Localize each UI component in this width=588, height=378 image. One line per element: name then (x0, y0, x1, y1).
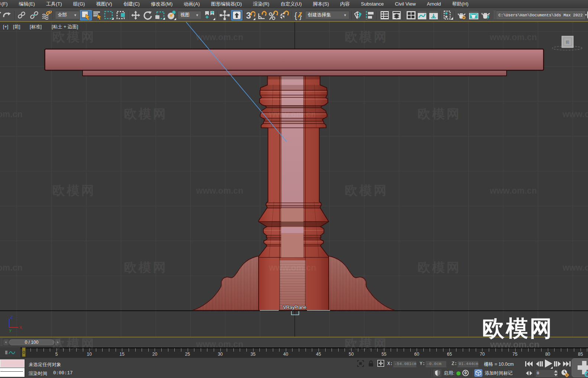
menu-item-1[interactable]: 编辑(E) (13, 0, 41, 8)
selection-filter-dropdown[interactable]: 全部▼ (55, 11, 80, 19)
menu-item-9[interactable]: 渲染(R) (248, 0, 275, 8)
align-button[interactable] (365, 10, 375, 20)
render-setup-button[interactable] (457, 10, 467, 20)
menu-item-15[interactable]: Arnold (421, 0, 447, 8)
rectangular-selection-region-button[interactable] (103, 10, 114, 20)
use-pivot-point-center-button[interactable] (204, 10, 216, 20)
add-time-tag-button[interactable] (474, 369, 482, 377)
isolate-selection-toggle[interactable] (357, 360, 364, 368)
unlink-selection-button[interactable] (29, 10, 39, 20)
viewport-menu-pov[interactable]: [前] (13, 24, 20, 29)
toggle-ribbon-button[interactable] (406, 10, 417, 20)
menu-item-14[interactable]: Civil View (390, 0, 421, 8)
menu-item-5[interactable]: 创建(C) (118, 0, 145, 8)
time-slider-grip[interactable] (0, 339, 3, 346)
menu-item-7[interactable]: 动画(A) (178, 0, 205, 8)
menu-item-12[interactable]: 内容 (335, 0, 355, 8)
trackbar-number: 80 (542, 352, 553, 357)
trackbar-tick (312, 348, 312, 352)
set-key-button[interactable] (572, 358, 588, 377)
z-coordinate-field[interactable]: 91.444cm (457, 361, 479, 367)
frame-field-spinner[interactable] (554, 370, 558, 378)
menu-item-16[interactable]: 帮助(H) (446, 0, 474, 8)
time-slider-handle[interactable]: 0 / 100 (9, 339, 54, 345)
time-slider-frame-marker[interactable]: 0 (22, 348, 26, 357)
menu-item-0[interactable]: 文件(F) (0, 0, 13, 8)
go-to-end-button[interactable] (562, 360, 571, 368)
trackbar-tick (417, 348, 417, 352)
named-selection-set-dropdown[interactable]: 创建选择集▼ (305, 11, 349, 19)
redo-button[interactable] (2, 10, 12, 20)
trackbar-number: 15 (116, 352, 127, 357)
reference-coordinate-dropdown[interactable]: 视图▼ (178, 11, 201, 19)
angle-snap-toggle-button[interactable] (257, 10, 267, 20)
next-frame-button[interactable] (553, 360, 561, 368)
table-sub-top (83, 70, 507, 76)
adaptive-degradation-toggle[interactable] (433, 369, 442, 377)
select-and-manipulate-button[interactable] (219, 10, 230, 20)
mini-curve-editor-button[interactable] (0, 348, 20, 358)
keyboard-shortcut-override-button[interactable] (231, 10, 242, 20)
track-bar[interactable]: 0510152025303540455055606570758085 0 (0, 348, 588, 358)
spinner-snap-toggle-button[interactable] (279, 10, 289, 20)
curve-editor-button[interactable] (417, 10, 427, 20)
select-and-scale-button[interactable] (154, 10, 165, 20)
percent-snap-toggle-button[interactable] (268, 10, 278, 20)
degradation-zero-button[interactable]: 0 (462, 370, 469, 376)
edit-named-selection-sets-icon: {} (294, 10, 303, 20)
menu-item-10[interactable]: 自定义(U) (275, 0, 307, 8)
snaps-toggle-button[interactable]: 3 (245, 10, 256, 20)
previous-frame-button[interactable] (535, 360, 543, 368)
schematic-view-button[interactable] (429, 10, 439, 20)
mirror-button[interactable] (353, 10, 363, 20)
go-to-start-button[interactable] (524, 360, 533, 368)
selection-filter-value: 全部 (58, 12, 67, 18)
play-animation-button[interactable] (543, 359, 553, 369)
viewport-menu-shading[interactable]: [粘土 + 边面] (52, 24, 78, 29)
listener-caret-line (0, 371, 23, 372)
menu-item-2[interactable]: 工具(T) (41, 0, 68, 8)
bind-to-space-warp-button[interactable] (41, 10, 52, 20)
key-mode-toggle-button[interactable] (525, 369, 533, 377)
trackbar-tick (102, 348, 103, 352)
render-production-button[interactable] (481, 10, 491, 20)
time-slider-prev-button[interactable]: ‹ (3, 339, 9, 345)
menu-item-3[interactable]: 组(G) (68, 0, 91, 8)
viewport-menu-per-view[interactable]: [标准] (30, 24, 42, 29)
time-slider-next-button[interactable]: › (55, 339, 60, 345)
maxscript-mini-listener[interactable] (0, 368, 25, 377)
window-crossing-toggle-button[interactable] (116, 10, 127, 20)
menu-item-6[interactable]: 修改器(M) (145, 0, 178, 8)
absolute-mode-transform-type-in[interactable] (377, 359, 385, 367)
front-viewport[interactable]: VRayPlane [+] [前] [标准] [粘土 + 边面] 前 Z X y (0, 22, 588, 337)
time-slider-bar[interactable]: ‹ 0 / 100 › (0, 337, 588, 348)
menu-item-4[interactable]: 视图(V) (90, 0, 117, 8)
toggle-layer-explorer-button[interactable] (392, 10, 401, 20)
menu-item-8[interactable]: 图形编辑器(D) (206, 0, 248, 8)
selection-lock-toggle[interactable] (368, 360, 374, 368)
previous-frame-icon (536, 361, 543, 367)
select-by-name-button[interactable] (92, 10, 103, 20)
trackbar-tick (246, 348, 247, 352)
time-configuration-button[interactable] (560, 369, 569, 377)
material-editor-button[interactable] (443, 10, 454, 20)
track-bar-ruler[interactable]: 0510152025303540455055606570758085 (20, 348, 588, 358)
y-coordinate-field[interactable]: -0.0cm (425, 361, 447, 367)
trackbar-tick (574, 348, 574, 352)
select-and-rotate-button[interactable] (142, 10, 153, 20)
toggle-scene-explorer-button[interactable] (380, 10, 389, 20)
select-and-place-button[interactable] (167, 10, 177, 20)
select-object-button[interactable] (80, 10, 92, 20)
select-and-move-button[interactable] (130, 10, 141, 20)
menu-item-11[interactable]: 脚本(S) (307, 0, 335, 8)
x-coordinate-field[interactable]: -54.081cm (393, 361, 417, 367)
edit-named-selection-sets-button[interactable]: {} (294, 10, 303, 20)
trackbar-tick (76, 348, 77, 352)
rendered-frame-window-button[interactable] (468, 10, 479, 20)
menu-item-13[interactable]: Substance (355, 0, 389, 8)
project-folder-dropdown[interactable]: C:\Users\Han\Documents\3ds Max 2022▼ (496, 10, 586, 20)
maxscript-macro-recorder[interactable] (0, 359, 25, 368)
select-and-link-button[interactable] (17, 10, 26, 20)
viewport-menu-general[interactable]: [+] (3, 24, 8, 29)
trackbar-tick (168, 348, 168, 352)
